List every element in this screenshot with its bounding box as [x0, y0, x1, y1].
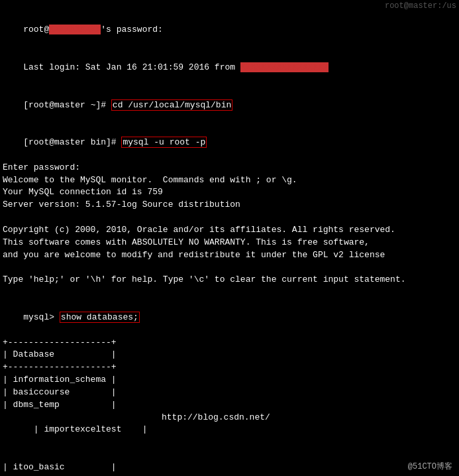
terminal-window: root@master:/us root@XXXXXXXXXX's passwo… [0, 0, 459, 476]
line-enter-password: Enter password: [3, 162, 456, 174]
watermark: @51CTO博客 [408, 461, 452, 472]
redacted-ip: XXXXXXXXXXXXXXXXX [240, 62, 329, 72]
password-label: 's password: [101, 25, 163, 34]
line-blank3 [3, 286, 456, 299]
show-databases-box: show databases; [60, 312, 140, 323]
line-connection-id: Your MySQL connection id is 759 [3, 186, 456, 199]
line-copyright2: This software comes with ABSOLUTELY NO W… [3, 237, 456, 249]
line-db-basiccourse: | basiccourse | [3, 387, 456, 399]
top-right-text: root@master:/us [3, 1, 456, 12]
line-mysql-command: [root@master bin]# mysql -u root -p [3, 124, 456, 162]
line-table-top: +--------------------+ [3, 337, 456, 349]
line-table-header: | Database | [3, 349, 456, 361]
line-db-dbms-temp: | dbms_temp | [3, 399, 456, 412]
cd-command-box: cd /usr/local/mysql/bin [111, 99, 232, 111]
line-cd-command: [root@master ~]# cd /usr/local/mysql/bin [3, 87, 456, 125]
root-label: root@ [23, 25, 49, 34]
line-db-importexcel: | importexceltest | http://blog.csdn.net… [3, 412, 456, 461]
url-text: http://blog.csdn.net/ [162, 412, 270, 424]
line-copyright3: and you are welcome to modify and redist… [3, 249, 456, 262]
line-copyright1: Copyright (c) 2000, 2010, Oracle and/or … [3, 224, 456, 237]
line-last-login: Last login: Sat Jan 16 21:01:59 2016 fro… [3, 49, 456, 87]
db-rows-container: | information_schema | | basiccourse | |… [3, 374, 456, 476]
line-table-sep: +--------------------+ [3, 361, 456, 374]
line-show-databases: mysql> show databases; [3, 299, 456, 337]
line-welcome: Welcome to the MySQL monitor. Commands e… [3, 174, 456, 187]
line-db-itoo-basic: | itoo_basic | [3, 461, 456, 474]
line-password: root@XXXXXXXXXX's password: [3, 12, 456, 50]
line-blank2 [3, 261, 456, 274]
line-db-info-schema: | information_schema | [3, 374, 456, 387]
mysql-command-box: mysql -u root -p [121, 137, 207, 148]
line-server-version: Server version: 5.1.57-log Source distri… [3, 199, 456, 211]
line-blank1 [3, 211, 456, 224]
line-type-help: Type 'help;' or '\h' for help. Type '\c'… [3, 274, 456, 286]
redacted-hostname: XXXXXXXXXX [49, 25, 101, 34]
